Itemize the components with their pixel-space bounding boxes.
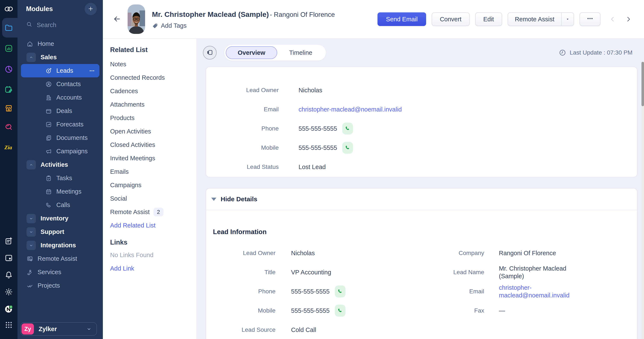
sidebar-item-contacts[interactable]: Contacts xyxy=(21,77,100,91)
related-list-item-products[interactable]: Products xyxy=(110,111,196,125)
marketplace-icon[interactable] xyxy=(4,103,14,113)
call-phone-button[interactable] xyxy=(335,305,346,317)
related-list-item-cadences[interactable]: Cadences xyxy=(110,84,196,98)
sidebar-item-calls[interactable]: Calls xyxy=(21,198,100,212)
sidebar-item-label: Services xyxy=(38,269,61,276)
chevron-up-icon[interactable] xyxy=(26,53,36,62)
zoho-logo[interactable] xyxy=(4,4,14,14)
chevron-down-icon[interactable] xyxy=(26,227,36,237)
field-row-lead-source: Lead SourceCold Call xyxy=(206,320,422,339)
sidebar-item-accounts[interactable]: Accounts xyxy=(21,91,100,104)
org-avatar: Zy xyxy=(22,324,34,335)
zoho-crm-app: Zia Modules Search HomeSalesLeadsContact… xyxy=(0,0,644,339)
related-item-label: Open Activities xyxy=(110,128,151,135)
related-list-item-open-activities[interactable]: Open Activities xyxy=(110,125,196,138)
convert-button[interactable]: Convert xyxy=(432,12,470,26)
add-module-button[interactable] xyxy=(84,3,97,15)
apps-grid-icon[interactable] xyxy=(4,320,14,330)
sidebar-item-leads[interactable]: Leads xyxy=(21,64,100,77)
pie-icon[interactable] xyxy=(4,64,14,74)
caret-down-icon[interactable] xyxy=(562,17,574,21)
field-label: Phone xyxy=(206,288,276,295)
gear-icon[interactable] xyxy=(4,287,14,297)
related-list-item-invited-meetings[interactable]: Invited Meetings xyxy=(110,152,196,165)
account-logo[interactable] xyxy=(4,304,14,314)
sidebar-item-sales[interactable]: Sales xyxy=(21,50,100,64)
panel-toggle-icon xyxy=(206,49,214,57)
phone-icon xyxy=(344,145,350,151)
call-phone-button[interactable] xyxy=(342,142,353,154)
scrollbar-thumb[interactable] xyxy=(642,62,644,106)
email-link[interactable]: christopher-maclead@noemail.invalid xyxy=(298,105,402,113)
sidebar-item-forecasts[interactable]: Forecasts xyxy=(21,118,100,131)
chevron-down-icon[interactable] xyxy=(26,214,36,223)
planner-icon[interactable] xyxy=(4,84,14,95)
field-row-fax: Fax— xyxy=(422,301,637,320)
related-list-item-campaigns[interactable]: Campaigns xyxy=(110,178,196,192)
scrollbar-track[interactable] xyxy=(642,62,644,339)
tab-timeline[interactable]: Timeline xyxy=(277,46,324,59)
sidebar-item-projects[interactable]: Projects xyxy=(21,279,100,292)
remote-assist-split-button[interactable]: Remote Assist xyxy=(508,12,574,26)
add-tags-button[interactable]: Add Tags xyxy=(152,22,344,29)
sidebar-item-services[interactable]: Services xyxy=(21,266,100,279)
bell-icon[interactable] xyxy=(4,270,14,280)
field-row-mobile: Mobile555-555-5555 xyxy=(206,138,637,157)
note-add-icon[interactable] xyxy=(4,236,14,246)
call-phone-button[interactable] xyxy=(335,286,346,298)
hide-details-toggle[interactable]: Hide Details xyxy=(206,188,637,210)
phone-icon xyxy=(344,125,350,132)
tab-overview[interactable]: Overview xyxy=(226,46,277,59)
related-list-item-connected-records[interactable]: Connected Records xyxy=(110,71,196,84)
related-list-title: Related List xyxy=(110,45,196,54)
email-link[interactable]: christopher-maclead@noemail.invalid xyxy=(499,284,574,299)
related-list-item-closed-activities[interactable]: Closed Activities xyxy=(110,138,196,152)
collapse-panel-button[interactable] xyxy=(203,46,216,59)
sidebar-item-label: Deals xyxy=(56,107,72,114)
add-link-link[interactable]: Add Link xyxy=(110,262,196,275)
sidebar-item-home[interactable]: Home xyxy=(21,37,100,50)
sidebar-item-activities[interactable]: Activities xyxy=(21,158,100,171)
call-phone-button[interactable] xyxy=(342,123,353,135)
sidebar-item-tasks[interactable]: Tasks xyxy=(21,171,100,185)
chart-icon[interactable] xyxy=(4,43,14,53)
sidebar-search[interactable]: Search xyxy=(18,18,103,32)
next-record-button[interactable] xyxy=(625,15,632,23)
remote-assist-label[interactable]: Remote Assist xyxy=(508,16,561,23)
sidebar-item-campaigns[interactable]: Campaigns xyxy=(21,145,100,158)
field-value: Nicholas xyxy=(298,86,322,94)
org-selector[interactable]: Zy Zylker xyxy=(20,322,97,336)
sidebar-item-inventory[interactable]: Inventory xyxy=(21,212,100,225)
sidebar-item-support[interactable]: Support xyxy=(21,225,100,239)
add-related-list-link[interactable]: Add Related List xyxy=(110,219,196,232)
field-row-lead-name: Lead NameMr. Christopher Maclead (Sample… xyxy=(422,263,637,282)
related-list-item-attachments[interactable]: Attachments xyxy=(110,98,196,111)
sidebar-item-meetings[interactable]: Meetings xyxy=(21,185,100,198)
zia-search-icon[interactable] xyxy=(4,122,14,132)
related-list-item-remote-assist[interactable]: Remote Assist2 xyxy=(110,205,196,219)
more-options-icon[interactable] xyxy=(89,68,95,74)
zia-logo[interactable]: Zia xyxy=(4,142,14,152)
related-item-label: Remote Assist xyxy=(110,209,150,216)
sidebar-item-integrations[interactable]: Integrations xyxy=(21,239,100,252)
previous-record-button[interactable] xyxy=(609,15,616,23)
sidebar-item-deals[interactable]: Deals xyxy=(21,104,100,118)
sidebar-item-remote-assist[interactable]: Remote Assist xyxy=(21,252,100,266)
details-card: Hide Details Lead Information Lead Owner… xyxy=(206,188,638,339)
sidebar-item-documents[interactable]: Documents xyxy=(21,131,100,145)
related-list-item-social[interactable]: Social xyxy=(110,192,196,205)
back-button[interactable] xyxy=(112,14,122,24)
send-email-button[interactable]: Send Email xyxy=(378,12,426,26)
related-list-item-notes[interactable]: Notes xyxy=(110,57,196,71)
chevron-up-icon[interactable] xyxy=(26,160,36,169)
related-list-item-emails[interactable]: Emails xyxy=(110,165,196,178)
more-actions-button[interactable] xyxy=(580,12,600,26)
field-label: Mobile xyxy=(206,307,276,314)
edit-button[interactable]: Edit xyxy=(475,12,502,26)
calendar-icon[interactable] xyxy=(4,253,14,263)
clock-icon xyxy=(559,49,566,56)
title-block: Mr. Christopher Maclead (Sample) - Rango… xyxy=(152,9,344,29)
plus-icon xyxy=(88,5,94,12)
chevron-down-icon[interactable] xyxy=(26,241,36,250)
folder-icon[interactable] xyxy=(4,22,14,33)
